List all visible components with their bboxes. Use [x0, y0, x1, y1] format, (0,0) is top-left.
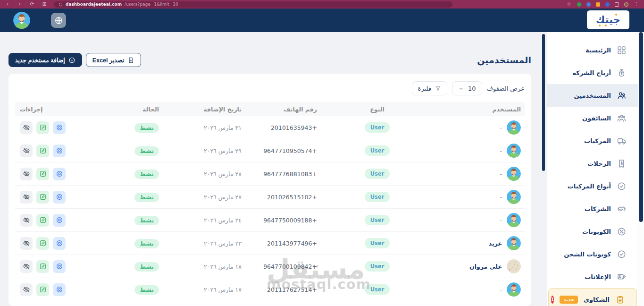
- sidebar-item-5[interactable]: الرحلات: [547, 152, 638, 175]
- view-button[interactable]: [53, 237, 66, 250]
- view-button[interactable]: [53, 283, 66, 296]
- sidebar-item-10[interactable]: الإعلانات: [547, 265, 638, 288]
- extension-icon[interactable]: [596, 2, 600, 7]
- browser-address-bar[interactable]: dashboardajeeteal.com/users?page=1&limit…: [54, 1, 452, 8]
- filter-button[interactable]: فلترة: [412, 81, 447, 95]
- star-icon[interactable]: ☆: [566, 1, 572, 7]
- edit-button[interactable]: [36, 214, 49, 227]
- user-cell: علي مروان: [437, 259, 525, 273]
- browser-apps-icon[interactable]: ⊞: [42, 1, 47, 7]
- browser-profile-avatar[interactable]: [624, 2, 628, 7]
- hide-button[interactable]: [20, 191, 33, 204]
- sidebar-nav: الرئيسيةأرباح الشركةالمستخدمينالسائقونال…: [547, 39, 638, 306]
- logo-dot: [615, 14, 617, 16]
- edit-button[interactable]: [36, 237, 49, 250]
- edit-button[interactable]: [36, 191, 49, 204]
- sidebar-item-2[interactable]: المستخدمين: [547, 84, 638, 107]
- user-name: علي مروان: [469, 263, 502, 270]
- date-cell: ١٧ مارس ٢٠٢٦: [159, 286, 242, 293]
- sidebar-item-label: كوبونات الشحن: [564, 251, 611, 258]
- actions-cell: [15, 121, 114, 134]
- sidebar-item-4[interactable]: المركبات: [547, 129, 638, 152]
- view-button[interactable]: [53, 144, 66, 157]
- sidebar-item-8[interactable]: الكوبونات: [547, 220, 638, 243]
- phone-cell: +20101635943: [242, 124, 317, 131]
- sidebar-item-label: المستخدمين: [574, 92, 611, 99]
- page-scrollbar-thumb[interactable]: [639, 32, 643, 222]
- table-header-row: المستخدمالنوعرقم الهاتفتاريخ الإضافةالحا…: [15, 102, 525, 116]
- sidebar-item-11[interactable]: الشكاوىجديد1: [548, 288, 637, 306]
- browser-forward-icon[interactable]: ›: [17, 1, 23, 7]
- view-button[interactable]: [53, 168, 66, 180]
- export-excel-button[interactable]: تصدير Excel: [86, 53, 141, 67]
- status-badge: نشط: [134, 193, 159, 202]
- date-cell: ١٨ مارس ٢٠٢٦: [159, 263, 242, 270]
- hide-button[interactable]: [20, 260, 33, 273]
- extension-icon[interactable]: [605, 2, 610, 7]
- view-button[interactable]: [53, 260, 66, 273]
- view-button[interactable]: [53, 214, 66, 227]
- sidebar-item-1[interactable]: أرباح الشركة: [547, 61, 638, 84]
- table-row: -User+9647776881083٢٨ مارس ٢٠٢٦نشط: [15, 162, 525, 186]
- logo-text: جيتك: [596, 14, 620, 26]
- edit-button[interactable]: [36, 144, 49, 157]
- rows-per-page-select[interactable]: 10: [452, 81, 482, 95]
- actions-cell: [15, 237, 114, 250]
- status-badge: نشط: [134, 239, 159, 248]
- extension-icon[interactable]: [577, 2, 581, 7]
- page-title: المستخدمين: [477, 55, 531, 65]
- phone-cell: +9647710950574: [242, 147, 317, 154]
- hide-button[interactable]: [20, 168, 33, 180]
- hide-button[interactable]: [20, 283, 33, 296]
- phone-cell: +9647750009188: [242, 217, 317, 224]
- view-button[interactable]: [53, 121, 66, 134]
- row-avatar: [507, 236, 521, 250]
- actions-cell: [15, 144, 114, 157]
- edit-button[interactable]: [36, 121, 49, 134]
- chevron-down-icon: [458, 85, 464, 92]
- user-name: -: [500, 286, 502, 293]
- type-cell: User: [317, 122, 437, 133]
- sidebar-scrollbar-thumb[interactable]: [542, 34, 545, 171]
- view-button[interactable]: [53, 191, 66, 204]
- type-cell: User: [317, 192, 437, 202]
- actions-cell: [15, 214, 114, 227]
- type-badge: User: [365, 284, 390, 295]
- browser-back-icon[interactable]: ‹: [5, 1, 10, 7]
- type-badge: User: [365, 261, 390, 272]
- sidebar-item-3[interactable]: السائقون: [547, 107, 638, 129]
- type-cell: User: [317, 261, 437, 272]
- edit-button[interactable]: [36, 168, 49, 180]
- drivers-icon: [617, 113, 627, 123]
- edit-button[interactable]: [36, 260, 49, 273]
- sidebar-item-0[interactable]: الرئيسية: [547, 39, 638, 61]
- browser-refresh-icon[interactable]: ⟳: [29, 1, 35, 7]
- table-row: -User+9647750009188٢٤ مارس ٢٠٢٦نشط: [15, 209, 525, 232]
- users-table-card: عرض الصفوف 10 فلترة المستخدمالنوعرقم اله…: [8, 74, 531, 306]
- sidebar-item-9[interactable]: كوبونات الشحن: [547, 243, 638, 265]
- extension-icon[interactable]: [586, 2, 591, 7]
- row-avatar: [507, 144, 521, 158]
- language-globe-button[interactable]: [51, 13, 66, 28]
- user-name: -: [500, 124, 502, 131]
- user-avatar[interactable]: [13, 12, 30, 29]
- shipping-coupon-icon: [617, 249, 627, 259]
- page-scrollbar[interactable]: [638, 32, 644, 306]
- row-avatar: [507, 167, 521, 181]
- user-name: -: [500, 147, 502, 154]
- table-controls: عرض الصفوف 10 فلترة: [15, 74, 525, 95]
- extension-icon[interactable]: [615, 2, 619, 7]
- hide-button[interactable]: [20, 214, 33, 227]
- type-badge: User: [365, 169, 390, 179]
- sidebar-item-7[interactable]: الشركات: [547, 197, 638, 220]
- hide-button[interactable]: [20, 144, 33, 157]
- sidebar-item-6[interactable]: أنواع المركبات: [547, 175, 638, 197]
- hide-button[interactable]: [20, 121, 33, 134]
- type-cell: User: [317, 169, 437, 179]
- add-user-button[interactable]: إضافة مستخدم جديد: [8, 53, 82, 67]
- status-badge: نشط: [134, 216, 159, 225]
- hide-button[interactable]: [20, 237, 33, 250]
- app-logo[interactable]: جيتك: [587, 10, 629, 29]
- edit-button[interactable]: [36, 283, 49, 296]
- browser-menu-icon[interactable]: ⋮: [634, 1, 639, 7]
